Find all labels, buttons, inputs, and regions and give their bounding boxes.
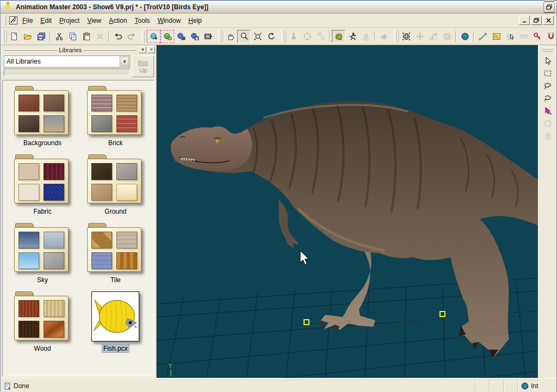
library-folder-sky[interactable]: Sky (6, 223, 79, 284)
save-all-button[interactable] (34, 30, 48, 43)
menu-window[interactable]: Window (154, 15, 185, 27)
library-select[interactable]: All Libraries ▼ (4, 55, 130, 67)
menu-edit[interactable]: Edit (36, 15, 55, 27)
path-tool-button[interactable] (476, 30, 490, 43)
quick-render-button[interactable] (160, 30, 174, 43)
paste-button[interactable] (79, 30, 93, 43)
library-folder-brick[interactable]: Brick (79, 86, 152, 147)
path-marker-far[interactable] (440, 312, 445, 316)
toolbar-section (217, 29, 280, 44)
library-folder-tile[interactable]: Tile (79, 223, 152, 284)
y-axis-label: Y (168, 362, 172, 370)
group-pick-tool-button[interactable] (541, 104, 555, 117)
library-folder-backgrounds[interactable]: Backgrounds (6, 86, 79, 147)
delete-button[interactable] (93, 30, 107, 43)
bound-group-button[interactable] (399, 30, 413, 43)
scale-icon (429, 32, 438, 41)
snap-to-grid-button[interactable] (503, 30, 517, 43)
world-view-button[interactable] (458, 30, 472, 43)
navigate-mode-button[interactable] (287, 30, 300, 43)
menu-project[interactable]: Project (55, 15, 83, 27)
dynamics-mode-button[interactable] (359, 30, 373, 43)
path-marker-near[interactable] (304, 320, 309, 325)
copy-button[interactable] (66, 30, 79, 43)
render-to-film-button[interactable] (174, 30, 188, 43)
modeling-mode-button[interactable] (300, 30, 314, 43)
open-project-button[interactable] (21, 30, 34, 43)
preview-animation-button[interactable] (201, 30, 215, 43)
marquee-icon (543, 69, 552, 78)
child-close-button[interactable] (543, 16, 554, 25)
muscle-mode-button[interactable] (332, 30, 345, 43)
texture-swatch (18, 300, 39, 317)
menu-action[interactable]: Action (105, 15, 131, 27)
folder-icon (14, 86, 71, 136)
toolbar-gripper[interactable] (542, 47, 553, 50)
scale-manipulator-button[interactable] (426, 30, 440, 43)
texture-swatch (44, 95, 64, 111)
make-keyframe-button[interactable] (530, 30, 544, 43)
panel-pin-button[interactable]: ▾ (139, 46, 146, 53)
panel-close-button[interactable]: × (147, 46, 155, 53)
viewport-3d[interactable]: 20 0 Y (157, 45, 538, 378)
library-folder-wood[interactable]: Wood (6, 291, 79, 352)
redo-button[interactable] (125, 30, 138, 43)
rect-select-tool-button[interactable] (541, 67, 555, 79)
ruler-tool-button[interactable] (517, 30, 530, 43)
libraries-title: Libraries (59, 47, 82, 53)
library-image-fish[interactable]: Fish.pcx (79, 291, 152, 352)
selection-toolbar (538, 45, 556, 378)
texture-swatch (44, 163, 64, 180)
zoom-to-fit-button[interactable] (251, 30, 264, 43)
zoom-button[interactable] (237, 30, 251, 43)
trex-head (171, 127, 252, 171)
restore-button[interactable] (543, 2, 555, 13)
child-restore-button[interactable] (531, 16, 542, 25)
model-points-icon (303, 32, 312, 41)
cut-button[interactable] (52, 30, 66, 43)
undo-button[interactable] (111, 30, 125, 43)
lock-tool-button[interactable] (541, 129, 555, 142)
bones-mode-button[interactable] (314, 30, 327, 43)
menu-tools[interactable]: Tools (131, 15, 154, 27)
magnet-mode-button[interactable] (544, 30, 556, 43)
polygon-select-tool-button[interactable] (541, 92, 555, 104)
up-button[interactable]: Up (132, 55, 154, 77)
fish-icon (94, 294, 137, 339)
lasso-select-tool-button[interactable] (541, 79, 555, 92)
header-groove (83, 49, 136, 51)
menu-help[interactable]: Help (184, 15, 206, 27)
rotate-circ-icon (543, 119, 552, 128)
path-marker-near-label: 20 (307, 329, 314, 337)
timeline-channels-button[interactable] (490, 30, 503, 43)
library-folder-ground[interactable]: Ground (79, 154, 152, 215)
combo-arrow-icon[interactable]: ▼ (120, 57, 129, 66)
new-project-button[interactable] (7, 30, 21, 43)
status-cell (475, 380, 489, 392)
folder-open-icon (23, 32, 32, 41)
turn-view-button[interactable] (264, 30, 278, 43)
libraries-header: Libraries ▾ × (1, 45, 156, 54)
library-item-label: Brick (108, 139, 123, 147)
rotoscope-mode-button[interactable] (377, 30, 391, 43)
zoom-fit-icon (253, 32, 262, 41)
library-folder-fabric[interactable]: Fabric (6, 154, 79, 215)
status-message-cell: Done (1, 380, 475, 392)
texture-swatch (91, 115, 112, 132)
child-minimize-button[interactable] (519, 16, 530, 25)
project-document-icon[interactable] (8, 15, 18, 26)
toolbar-separator (329, 31, 330, 42)
progressive-render-button[interactable] (147, 30, 160, 43)
path-marker-far-label: 0 (444, 321, 448, 328)
library-item-label: Ground (104, 208, 126, 215)
skeletal-mode-button[interactable] (345, 30, 359, 43)
rotate-view-tool-button[interactable] (541, 117, 555, 129)
toolbar-section (280, 29, 393, 44)
rotate-manipulator-button[interactable] (440, 30, 454, 43)
menu-file[interactable]: File (18, 15, 36, 27)
render-to-file-button[interactable] (188, 30, 201, 43)
move-view-button[interactable] (224, 30, 237, 43)
menu-view[interactable]: View (83, 15, 105, 27)
translate-manipulator-button[interactable] (413, 30, 426, 43)
select-tool-button[interactable] (541, 54, 555, 67)
